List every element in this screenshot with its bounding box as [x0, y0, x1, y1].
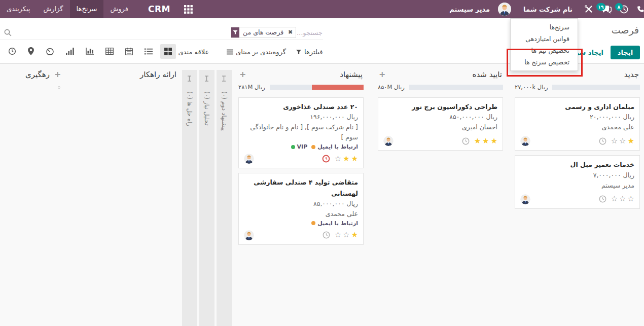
salesperson-avatar[interactable]	[383, 136, 393, 146]
group-by-button[interactable]: گروه‌بندی بر مبنای	[227, 48, 286, 56]
view-map-icon[interactable]	[24, 44, 38, 59]
view-calendar-icon[interactable]	[121, 44, 137, 59]
card-title[interactable]: طراحی دکوراسیون برج نور	[383, 101, 497, 112]
menu-sales[interactable]: فروش	[103, 0, 135, 18]
messages-badge: ۱۹	[596, 3, 605, 11]
menu-reporting[interactable]: گزارش	[37, 0, 69, 18]
apps-grid-icon[interactable]	[180, 0, 197, 18]
card-title[interactable]: مبلمان اداری و رسمی	[520, 101, 634, 112]
tag-dot	[291, 145, 295, 149]
card-amount: ۸۵۰,۰۰۰,۰۰۰ ریال	[449, 113, 497, 121]
view-dashboard-icon[interactable]	[42, 44, 58, 59]
salesperson-avatar[interactable]	[520, 136, 530, 146]
filter-funnel-icon	[231, 27, 239, 38]
view-cohort-icon[interactable]	[62, 44, 78, 58]
developer-tools-icon[interactable]	[585, 5, 593, 13]
kanban-card[interactable]: ۲۰ عدد صندلی غذاخوری ۱۹۶,۰۰۰,۰۰۰ ریال [ …	[238, 97, 364, 168]
group-by-label: گروه‌بندی بر مبنای	[236, 48, 286, 56]
create-button[interactable]: ایجاد	[611, 46, 640, 59]
add-record-icon[interactable]: +	[379, 70, 385, 79]
folded-column-label: راه حل ها (۰)	[186, 91, 193, 126]
kanban-card[interactable]: متقاضی تولید ۴ صندلی سفارشی لهستانی ۸۵,۰…	[238, 173, 364, 245]
column-title[interactable]: رهگیری	[25, 70, 50, 79]
unfold-icon	[204, 74, 209, 84]
messages-icon[interactable]: ۱۹	[601, 5, 612, 14]
unfold-icon	[222, 74, 226, 84]
tag-email-contact[interactable]: ارتباط با ایمیل	[311, 143, 358, 150]
search-bar[interactable]: فرصت های من ✖	[0, 26, 323, 40]
priority-stars[interactable]: ☆☆★	[611, 137, 634, 145]
tag-email-contact[interactable]: ارتباط با ایمیل	[311, 220, 358, 227]
activity-clock-icon[interactable]	[599, 137, 606, 145]
activity-clock-icon[interactable]	[599, 195, 606, 203]
kanban-card[interactable]: مبلمان اداری و رسمی ۲۰,۰۰۰,۰۰۰ ریال علی …	[515, 97, 640, 151]
user-name[interactable]: مدیر سیستم	[449, 6, 490, 13]
dropdown-item-lead-assignment[interactable]: تخصیص سرنخ ها	[511, 56, 578, 68]
view-pivot-icon[interactable]	[101, 44, 118, 58]
tag-vip[interactable]: VIP	[291, 143, 308, 150]
column-amount: ۲۷,۰۰۰k ریال	[515, 84, 548, 91]
kanban-card[interactable]: طراحی دکوراسیون برج نور ۸۵۰,۰۰۰,۰۰۰ ریال…	[378, 97, 503, 151]
filters-funnel-icon	[296, 49, 302, 55]
company-name[interactable]: نام شرکت شما	[523, 6, 573, 13]
empty-column-dot	[58, 86, 60, 89]
activity-clock-icon[interactable]	[462, 137, 470, 145]
activity-clock-icon-overdue[interactable]	[322, 155, 330, 163]
kanban-column-proposition: پیشنهاد + ۲۸۱M ریال ۲۰ عدد صندلی غذاخوری…	[238, 70, 364, 245]
view-list-icon[interactable]	[140, 45, 157, 58]
card-amount: ۲۰,۰۰۰,۰۰۰ ریال	[590, 113, 634, 121]
card-contact: احسان امیری	[383, 122, 497, 132]
folded-column-second-proposal[interactable]: پیشنهاد دوم (۰)	[217, 70, 232, 326]
menu-configuration[interactable]: پیکربندی	[0, 0, 37, 18]
add-record-icon[interactable]: +	[54, 70, 61, 79]
column-progressbar[interactable]	[270, 85, 364, 90]
phone-icon[interactable]	[636, 6, 644, 13]
column-title[interactable]: تایید شده	[473, 70, 502, 79]
search-facet[interactable]: فرصت های من ✖	[231, 27, 296, 38]
priority-stars[interactable]: ☆★★	[335, 155, 358, 163]
view-activity-icon[interactable]	[4, 44, 20, 59]
card-amount: ۷,۰۰۰,۰۰۰ ریال	[593, 171, 634, 179]
salesperson-avatar[interactable]	[520, 194, 530, 204]
facet-label: فرصت های من	[239, 27, 287, 38]
kanban-column-qualified: تایید شده + ۸۵۰M ریال طراحی دکوراسیون بر…	[378, 70, 503, 151]
dropdown-item-leads[interactable]: سرنخ‌ها	[511, 21, 578, 33]
tag-dot	[311, 221, 315, 225]
progress-red-segment[interactable]	[312, 85, 364, 90]
dropdown-item-scoring-rules[interactable]: قوانین امتیازدهی	[511, 33, 578, 45]
filters-button[interactable]: فیلترها	[296, 48, 323, 56]
salesperson-avatar[interactable]	[244, 230, 254, 240]
user-avatar[interactable]	[498, 3, 511, 16]
priority-stars[interactable]: ★★★	[474, 137, 497, 145]
column-amount: ۸۵۰M ریال	[378, 84, 405, 91]
column-title[interactable]: پیشنهاد	[340, 70, 363, 79]
card-title[interactable]: خدمات تعمیر مبل ال	[520, 159, 634, 170]
menu-leads[interactable]: سرنخ‌ها	[70, 0, 104, 18]
column-progressbar[interactable]	[409, 85, 503, 90]
column-title[interactable]: ارائه راهکار	[140, 70, 176, 79]
activity-clock-icon[interactable]	[323, 231, 330, 239]
view-kanban-icon[interactable]	[160, 44, 176, 59]
favorites-label: علاقه مندی ها	[171, 48, 209, 56]
folded-column-label: تحلیل نیاز (۰)	[203, 91, 210, 126]
card-title[interactable]: متقاضی تولید ۴ صندلی سفارشی لهستانی	[244, 177, 358, 199]
filters-label: فیلترها	[304, 48, 323, 56]
view-graph-icon[interactable]	[82, 44, 98, 58]
salesperson-avatar[interactable]	[244, 154, 254, 164]
card-title[interactable]: ۲۰ عدد صندلی غذاخوری	[244, 101, 358, 112]
column-title[interactable]: جدید	[624, 70, 639, 79]
folded-column-needs-analysis[interactable]: تحلیل نیاز (۰)	[199, 70, 214, 326]
card-contact: علی محمدی	[520, 122, 634, 132]
activities-icon[interactable]: ۸	[620, 5, 628, 14]
search-input[interactable]	[291, 27, 323, 38]
dropdown-item-team-assignment[interactable]: تخصیص تیم ها	[511, 45, 578, 56]
priority-stars[interactable]: ☆☆★	[335, 231, 358, 239]
add-record-icon[interactable]: +	[239, 70, 246, 79]
kanban-column-solution-presentation: ارائه راهکار +	[53, 70, 177, 79]
column-progressbar[interactable]	[552, 85, 640, 90]
kanban-card[interactable]: خدمات تعمیر مبل ال ۷,۰۰۰,۰۰۰ ریال مدیر س…	[515, 155, 640, 208]
priority-stars[interactable]: ☆☆☆	[611, 195, 634, 203]
folded-column-solutions[interactable]: راه حل ها (۰)	[182, 70, 197, 326]
main-menu: CRM فروش سرنخ‌ها گزارش پیکربندی	[0, 0, 202, 18]
card-contact: [ نام شرکت سوم ], [ نام و نام خانوادگی س…	[244, 122, 358, 142]
